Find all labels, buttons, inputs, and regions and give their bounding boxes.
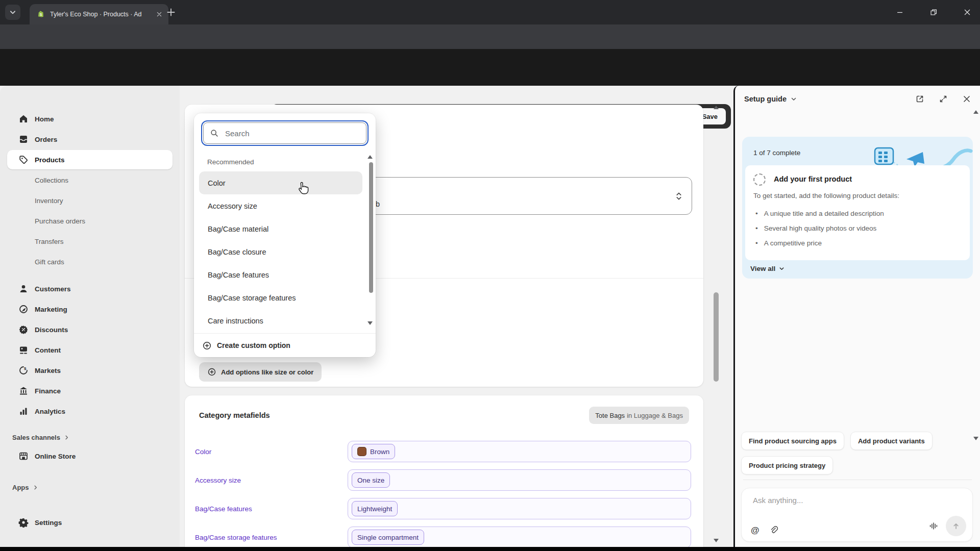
browser-tabstrip: S Tyler's Eco Shop · Products · Ad xyxy=(0,0,980,24)
sidebar-item-transfers[interactable]: Transfers xyxy=(7,232,173,251)
metafield-value-tag[interactable]: Lightweight xyxy=(352,501,398,516)
sidebar-header-apps[interactable]: Apps xyxy=(7,479,173,495)
metafield-field[interactable]: Single compartment xyxy=(348,527,691,548)
sidebar-item-discounts[interactable]: Discounts xyxy=(7,320,173,339)
window-controls xyxy=(895,0,972,24)
dropdown-item-bag-case-storage-features[interactable]: Bag/Case storage features xyxy=(199,286,362,309)
close-icon[interactable] xyxy=(962,94,972,104)
hand-cursor-icon xyxy=(295,180,311,198)
search-icon xyxy=(210,129,219,138)
markets-icon: $ xyxy=(18,365,29,375)
chevron-down-icon[interactable] xyxy=(791,96,797,102)
dropdown-scroll-down-arrow[interactable] xyxy=(368,321,373,325)
expand-icon[interactable] xyxy=(938,94,948,104)
discounts-icon xyxy=(18,324,29,335)
panel-scroll-down-arrow[interactable] xyxy=(973,437,978,440)
main-scrollbar-down-arrow[interactable] xyxy=(714,539,719,542)
dropdown-item-bag-case-features[interactable]: Bag/Case features xyxy=(199,263,362,286)
waveform-icon[interactable] xyxy=(928,521,939,531)
metafield-label[interactable]: Color xyxy=(195,448,348,456)
new-tab-icon[interactable] xyxy=(165,7,177,18)
plus-circle-icon xyxy=(202,341,212,350)
send-button[interactable] xyxy=(946,516,966,536)
sidebar-item-home[interactable]: Home xyxy=(7,109,173,129)
search-input[interactable] xyxy=(224,129,360,138)
view-all-label: View all xyxy=(750,265,775,272)
chat-right-icons xyxy=(928,516,966,536)
content-icon xyxy=(18,345,29,355)
chip-find-product-sourcing-apps[interactable]: Find product sourcing apps xyxy=(741,432,844,450)
metafield-value: Lightweight xyxy=(357,505,392,513)
sidebar-item-label: Content xyxy=(35,346,61,354)
sidebar-item-label: Collections xyxy=(35,177,68,184)
sidebar-item-label: Settings xyxy=(35,519,62,527)
metafield-field[interactable]: Brown xyxy=(348,441,691,462)
chip-product-pricing-strategy[interactable]: Product pricing strategy xyxy=(741,456,833,474)
sidebar-item-online-store[interactable]: Online Store xyxy=(7,446,173,466)
sidebar-item-purchase-orders[interactable]: Purchase orders xyxy=(7,211,173,231)
dropdown-item-accessory-size[interactable]: Accessory size xyxy=(199,194,362,217)
sidebar-item-marketing[interactable]: Marketing xyxy=(7,299,173,319)
tab-title: Tyler's Eco Shop · Products · Ad xyxy=(50,11,151,18)
metafield-value-tag[interactable]: Brown xyxy=(352,444,395,459)
dropdown-search[interactable] xyxy=(203,122,366,144)
sidebar-item-orders[interactable]: Orders xyxy=(7,130,173,149)
browser-toolbar: admin.shopify.com/store/jy63jq-dc/produc… xyxy=(0,24,980,49)
paperclip-icon[interactable] xyxy=(769,525,779,535)
storefront-icon xyxy=(18,451,29,461)
metafield-label[interactable]: Bag/Case features xyxy=(195,505,348,513)
bottom-strip xyxy=(0,547,980,551)
task-intro: To get started, add the following produc… xyxy=(753,192,899,199)
sidebar-item-products[interactable]: Products xyxy=(7,150,173,169)
dropdown-item-bag-case-material[interactable]: Bag/Case material xyxy=(199,217,362,240)
metafield-value-tag[interactable]: Single compartment xyxy=(352,530,424,545)
home-icon xyxy=(18,114,29,124)
tab-search-button[interactable] xyxy=(5,5,20,20)
category-badge[interactable]: Tote Bags in Luggage & Bags xyxy=(589,407,689,424)
dropdown-scrollbar-thumb[interactable] xyxy=(369,162,373,293)
metafield-label[interactable]: Bag/Case storage features xyxy=(195,534,348,541)
browser-tab[interactable]: S Tyler's Eco Shop · Products · Ad xyxy=(30,4,168,24)
restore-icon[interactable] xyxy=(929,8,938,17)
metafield-value-tag[interactable]: One size xyxy=(352,472,390,488)
sidebar-item-label: Orders xyxy=(35,136,57,143)
metafield-field[interactable]: Lightweight xyxy=(348,498,691,519)
dropdown-scroll-up-arrow[interactable] xyxy=(368,155,373,159)
add-options-button[interactable]: Add options like size or color xyxy=(199,362,322,382)
sidebar-header-sales-channels[interactable]: Sales channels xyxy=(7,429,173,445)
bullet-dot: • xyxy=(755,221,758,236)
sidebar-item-settings[interactable]: Settings xyxy=(7,513,173,532)
window-close-icon[interactable] xyxy=(963,8,972,17)
minimize-icon[interactable] xyxy=(895,8,904,17)
setup-task-card[interactable]: Add your first product To get started, a… xyxy=(745,165,970,260)
dropdown-item-bag-case-closure[interactable]: Bag/Case closure xyxy=(199,240,362,263)
dropdown-item-color[interactable]: Color xyxy=(199,171,362,194)
chip-add-product-variants[interactable]: Add product variants xyxy=(850,432,933,450)
sidebar-item-inventory[interactable]: Inventory xyxy=(7,191,173,210)
sidebar-item-content[interactable]: Content xyxy=(7,340,173,360)
ask-anything-input[interactable] xyxy=(752,495,917,505)
sidebar-item-analytics[interactable]: Analytics xyxy=(7,402,173,421)
sidebar-item-customers[interactable]: Customers xyxy=(7,279,173,298)
at-icon[interactable]: @ xyxy=(751,526,760,535)
metafield-field[interactable]: One size xyxy=(348,469,691,491)
bullet-text: A unique title and a detailed descriptio… xyxy=(764,206,884,221)
view-all-link[interactable]: View all xyxy=(750,265,785,272)
main-scrollbar-thumb[interactable] xyxy=(714,292,719,382)
dropdown-item-care-instructions[interactable]: Care instructions xyxy=(199,309,362,332)
sidebar-item-label: Purchase orders xyxy=(35,217,85,225)
metafield-label[interactable]: Accessory size xyxy=(195,477,348,484)
sidebar-item-markets[interactable]: $Markets xyxy=(7,361,173,380)
shopify-topbar: S shopify Unsaved product Discard Save T… xyxy=(0,49,980,86)
setup-guide-card: 1 of 7 complete Add your first product T… xyxy=(742,137,973,279)
create-custom-option-button[interactable]: Create custom option xyxy=(194,333,376,357)
sidebar-item-gift-cards[interactable]: Gift cards xyxy=(7,252,173,271)
task-checkbox[interactable] xyxy=(753,173,766,186)
tab-close-icon[interactable] xyxy=(155,10,163,18)
panel-scroll-up-arrow[interactable] xyxy=(973,110,978,114)
sidebar-item-finance[interactable]: Finance xyxy=(7,381,173,400)
sidebar-item-collections[interactable]: Collections xyxy=(7,170,173,190)
open-in-new-icon[interactable] xyxy=(915,94,925,104)
svg-text:S: S xyxy=(40,12,42,16)
main-scrollbar-up-arrow[interactable] xyxy=(714,106,719,109)
